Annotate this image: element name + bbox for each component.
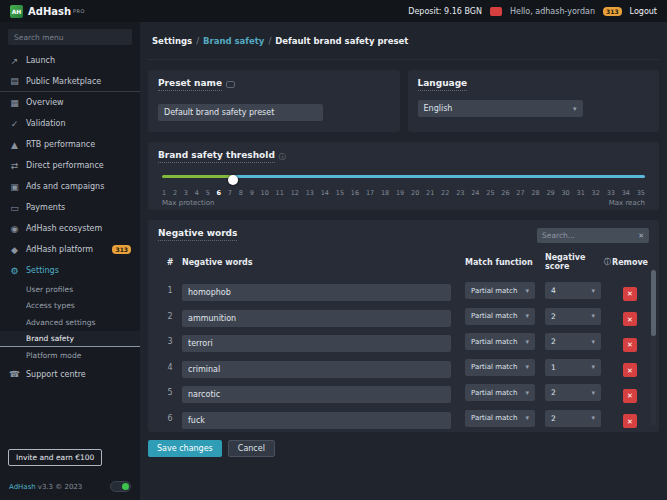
negative-word-input[interactable] xyxy=(182,361,451,378)
negative-score-select[interactable]: 2▾ xyxy=(545,308,601,325)
slider-tick: 8 xyxy=(239,189,243,197)
notification-badge[interactable]: 313 xyxy=(603,7,622,16)
sidebar-subitem-user-profiles[interactable]: User profiles xyxy=(0,281,140,298)
row-number: 3 xyxy=(158,337,182,346)
negative-word-input[interactable] xyxy=(182,412,451,429)
sidebar-item-label: Launch xyxy=(26,56,55,65)
threshold-title: Brand safety threshold xyxy=(158,150,275,163)
slider-tick: 7 xyxy=(228,189,232,197)
slider-tick: 6 xyxy=(217,189,222,197)
negative-score-select[interactable]: 2▾ xyxy=(545,333,601,350)
match-function-select[interactable]: Partial match▾ xyxy=(465,282,535,299)
user-greeting[interactable]: Hello, adhash-yordan xyxy=(510,7,595,16)
info-icon: ⓘ xyxy=(604,257,611,267)
sidebar-item-label: AdHash ecosystem xyxy=(26,224,102,233)
form-actions: Save changes Cancel xyxy=(148,440,659,457)
toggle-knob xyxy=(122,483,129,490)
chevron-down-icon: ▾ xyxy=(591,312,595,320)
negative-words-panel: Negative words ✕ # Negative words Match … xyxy=(148,220,659,432)
support-icon: ☎ xyxy=(9,369,20,379)
sidebar-item-rtb-performance[interactable]: ▲RTB performance xyxy=(0,134,140,155)
chevron-down-icon: ▾ xyxy=(525,363,529,371)
sidebar-subitem-access-types[interactable]: Access types xyxy=(0,298,140,315)
logout-link[interactable]: Logout xyxy=(630,7,657,16)
row-number: 5 xyxy=(158,388,182,397)
remove-row-button[interactable]: ✕ xyxy=(623,414,637,428)
slider-tick: 13 xyxy=(306,189,314,197)
sidebar-subitem-brand-safety[interactable]: Brand safety xyxy=(0,331,140,348)
sidebar-item-public-marketplace[interactable]: ▤Public Marketplace xyxy=(0,71,140,92)
breadcrumb-settings[interactable]: Settings xyxy=(152,36,192,46)
slider-handle[interactable] xyxy=(228,175,238,185)
negative-score-select[interactable]: 1▾ xyxy=(545,359,601,376)
table-row: 6Partial match▾2▾✕ xyxy=(158,406,649,432)
negative-score-select[interactable]: 4▾ xyxy=(545,282,601,299)
match-function-select[interactable]: Partial match▾ xyxy=(465,308,535,325)
sidebar-item-validation[interactable]: ✓Validation xyxy=(0,113,140,134)
sidebar-item-ads-and-campaigns[interactable]: ▣Ads and campaigns xyxy=(0,176,140,197)
sidebar-search-input[interactable] xyxy=(14,33,126,42)
preset-name-input[interactable] xyxy=(158,104,323,121)
chevron-down-icon: ▾ xyxy=(591,363,595,371)
clear-search-icon[interactable]: ✕ xyxy=(638,232,644,240)
match-function-select[interactable]: Partial match▾ xyxy=(465,410,535,427)
sidebar-subitem-label: Access types xyxy=(26,301,75,310)
slider-tick: 28 xyxy=(531,189,539,197)
remove-row-button[interactable]: ✕ xyxy=(623,312,637,326)
remove-row-button[interactable]: ✕ xyxy=(623,363,637,377)
brand-safety-threshold-panel: Brand safety threshold ⓘ 123456789101112… xyxy=(148,142,659,210)
table-scrollbar[interactable] xyxy=(651,268,656,426)
sidebar-item-settings[interactable]: ⚙Settings xyxy=(0,260,140,281)
slider-tick: 30 xyxy=(561,189,569,197)
invite-earn-button[interactable]: Invite and earn €100 xyxy=(8,449,102,466)
chevron-down-icon: ▾ xyxy=(591,287,595,295)
negative-score-select[interactable]: 2▾ xyxy=(545,384,601,401)
threshold-slider[interactable] xyxy=(162,175,645,185)
ecosystem-icon: ◉ xyxy=(9,224,20,234)
match-function-select[interactable]: Partial match▾ xyxy=(465,359,535,376)
save-changes-button[interactable]: Save changes xyxy=(148,440,222,457)
remove-row-button[interactable]: ✕ xyxy=(623,338,637,352)
cancel-button[interactable]: Cancel xyxy=(228,440,275,457)
language-select[interactable]: English ▾ xyxy=(418,100,583,117)
sidebar-item-adhash-platform[interactable]: ◆AdHash platform313 xyxy=(0,239,140,260)
sidebar-item-label: Settings xyxy=(26,266,59,275)
table-row: 7Partial match▾1▾✕ xyxy=(158,431,649,432)
direct-performance-icon: ⇄ xyxy=(9,161,20,171)
remove-row-button[interactable]: ✕ xyxy=(623,287,637,301)
match-function-select[interactable]: Partial match▾ xyxy=(465,384,535,401)
pro-label: PRO xyxy=(73,8,85,14)
slider-tick: 33 xyxy=(607,189,615,197)
remove-row-button[interactable]: ✕ xyxy=(623,389,637,403)
breadcrumb: Settings / Brand safety / Default brand … xyxy=(148,22,659,60)
negative-word-input[interactable] xyxy=(182,284,451,301)
theme-toggle[interactable] xyxy=(110,481,131,492)
sidebar-item-direct-performance[interactable]: ⇄Direct performance xyxy=(0,155,140,176)
sidebar-subitem-advanced-settings[interactable]: Advanced settings xyxy=(0,314,140,331)
notification-badge: 313 xyxy=(112,245,131,254)
adhash-logo-icon: AH xyxy=(10,5,23,18)
search-input[interactable] xyxy=(542,231,638,240)
marketplace-icon: ▤ xyxy=(9,76,20,86)
breadcrumb-brand-safety[interactable]: Brand safety xyxy=(203,36,264,46)
slider-tick: 23 xyxy=(456,189,464,197)
chevron-down-icon: ▾ xyxy=(591,338,595,346)
scrollbar-thumb[interactable] xyxy=(651,270,656,336)
sidebar-item-payments[interactable]: ▭Payments xyxy=(0,197,140,218)
negative-word-input[interactable] xyxy=(182,335,451,352)
sidebar-item-support-centre[interactable]: ☎Support centre xyxy=(0,364,140,385)
negative-score-select[interactable]: 2▾ xyxy=(545,410,601,427)
match-function-select[interactable]: Partial match▾ xyxy=(465,333,535,350)
table-row: 1Partial match▾4▾✕ xyxy=(158,278,649,304)
slider-tick: 1 xyxy=(162,189,166,197)
sidebar-item-overview[interactable]: ▦Overview xyxy=(0,92,140,113)
chevron-down-icon: ▾ xyxy=(573,105,577,113)
main-content: Settings / Brand safety / Default brand … xyxy=(140,22,667,500)
deposit-badge[interactable] xyxy=(490,7,502,16)
sidebar-item-launch[interactable]: ↗Launch xyxy=(0,50,140,71)
column-number: # xyxy=(158,258,182,267)
sidebar-subitem-platform-mode[interactable]: Platform mode xyxy=(0,347,140,364)
sidebar-item-adhash-ecosystem[interactable]: ◉AdHash ecosystem xyxy=(0,218,140,239)
negative-word-input[interactable] xyxy=(182,310,451,327)
negative-word-input[interactable] xyxy=(182,386,451,403)
